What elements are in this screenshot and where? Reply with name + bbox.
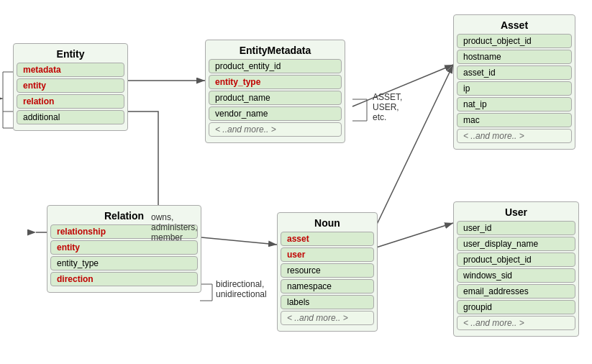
entity-box: Entity metadata entity relation addition…	[13, 43, 128, 131]
em-field-product-name: product_name	[209, 91, 342, 105]
noun-field-asset: asset	[281, 232, 374, 246]
user-field-product-object-id: product_object_id	[457, 252, 575, 267]
asset-field-mac: mac	[457, 113, 572, 127]
noun-box: Noun asset user resource namespace label…	[277, 212, 378, 332]
svg-line-9	[374, 223, 453, 248]
asset-field-hostname: hostname	[457, 50, 572, 64]
noun-field-namespace: namespace	[281, 279, 374, 294]
entity-field-additional: additional	[17, 110, 124, 124]
asset-field-ip: ip	[457, 81, 572, 96]
user-field-user-id: user_id	[457, 221, 575, 235]
asset-box: Asset product_object_id hostname asset_i…	[453, 14, 575, 150]
noun-field-and-more: < ..and more.. >	[281, 311, 374, 325]
em-field-product-entity-id: product_entity_id	[209, 59, 342, 73]
entity-field-entity: entity	[17, 78, 124, 93]
annotation-asset-user: ASSET, USER, etc.	[373, 92, 402, 122]
em-field-vendor-name: vendor_name	[209, 106, 342, 121]
user-field-windows-sid: windows_sid	[457, 268, 575, 283]
noun-title: Noun	[278, 217, 377, 229]
entity-field-metadata: metadata	[17, 63, 124, 77]
entity-metadata-box: EntityMetadata product_entity_id entity_…	[205, 40, 345, 143]
user-field-email-addresses: email_addresses	[457, 284, 575, 299]
diagram: Entity metadata entity relation addition…	[0, 0, 592, 364]
user-title: User	[454, 206, 578, 218]
noun-field-resource: resource	[281, 263, 374, 278]
relation-field-entity: entity	[50, 240, 198, 255]
entity-field-relation: relation	[17, 94, 124, 109]
annotation-owns: owns, administers, member	[151, 212, 198, 242]
svg-line-7	[201, 237, 277, 245]
asset-field-and-more: < ..and more.. >	[457, 129, 572, 143]
user-field-and-more: < ..and more.. >	[457, 316, 575, 330]
asset-field-product-object-id: product_object_id	[457, 34, 572, 48]
asset-title: Asset	[454, 19, 575, 31]
svg-line-3	[352, 65, 453, 106]
em-field-and-more: < ..and more.. >	[209, 122, 342, 137]
em-field-entity-type: entity_type	[209, 75, 342, 89]
svg-line-8	[374, 65, 453, 230]
relation-field-entity-type: entity_type	[50, 256, 198, 270]
noun-field-labels: labels	[281, 295, 374, 309]
entity-metadata-title: EntityMetadata	[206, 45, 345, 56]
asset-field-nat-ip: nat_ip	[457, 97, 572, 112]
user-field-display-name: user_display_name	[457, 237, 575, 251]
asset-field-asset-id: asset_id	[457, 65, 572, 80]
noun-field-user: user	[281, 247, 374, 262]
relation-field-direction: direction	[50, 272, 198, 286]
user-box: User user_id user_display_name product_o…	[453, 201, 579, 337]
entity-title: Entity	[14, 48, 127, 60]
user-field-groupid: groupid	[457, 300, 575, 314]
annotation-bidirectional: bidirectional, unidirectional	[216, 279, 267, 299]
